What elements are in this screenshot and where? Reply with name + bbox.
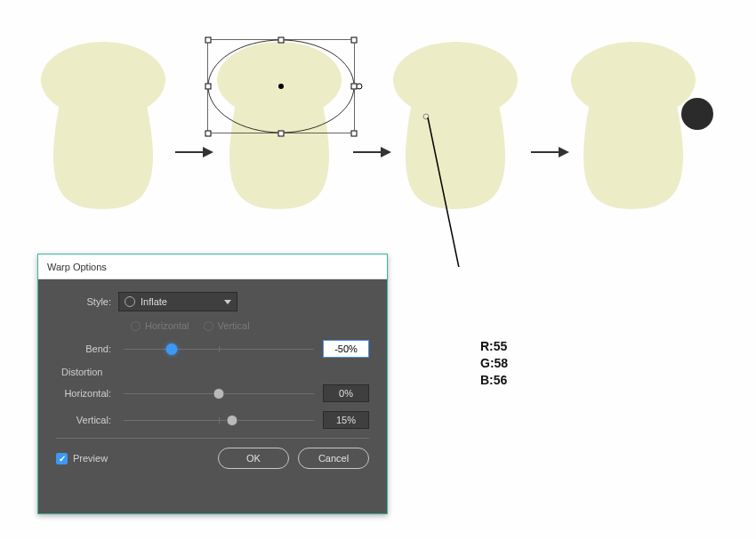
dist-h-value-input[interactable]: 0% xyxy=(323,384,369,402)
distortion-section-label: Distortion xyxy=(61,367,369,377)
slider-thumb[interactable] xyxy=(226,415,237,426)
ok-button[interactable]: OK xyxy=(218,448,289,469)
dist-v-value-input[interactable]: 15% xyxy=(323,411,369,429)
rgb-g: G:58 xyxy=(480,355,508,372)
axis-horizontal-radio[interactable]: Horizontal xyxy=(131,320,189,331)
rgb-b: B:56 xyxy=(480,372,508,389)
bend-slider[interactable] xyxy=(124,349,314,350)
checkmark-icon: ✓ xyxy=(56,453,68,464)
svg-point-3 xyxy=(278,84,284,89)
style-select[interactable]: Inflate xyxy=(118,292,237,311)
selection-handle[interactable] xyxy=(278,37,285,44)
selection-handle[interactable] xyxy=(278,131,285,137)
illustration-canvas: R:55 G:58 B:56 Warp Options Style: Infla… xyxy=(0,0,756,541)
selection-handle[interactable] xyxy=(351,37,358,44)
dist-h-label: Horizontal: xyxy=(56,388,118,399)
selection-handle[interactable] xyxy=(351,84,358,90)
chevron-down-icon xyxy=(224,300,231,304)
dist-v-slider[interactable] xyxy=(124,420,314,421)
step-arrow-icon xyxy=(353,147,391,157)
shapes-svg xyxy=(0,0,756,267)
svg-point-10 xyxy=(681,98,713,130)
warp-options-dialog: Warp Options Style: Inflate Horizontal xyxy=(37,254,388,514)
bend-label: Bend: xyxy=(56,343,118,354)
radio-icon xyxy=(204,321,213,331)
dist-v-label: Vertical: xyxy=(56,415,118,425)
divider xyxy=(56,438,369,439)
preview-checkbox[interactable]: ✓ Preview xyxy=(56,453,209,464)
axis-vertical-radio[interactable]: Vertical xyxy=(204,320,250,331)
selection-handle[interactable] xyxy=(205,37,212,44)
step-arrow-icon xyxy=(531,147,569,157)
selection-handle[interactable] xyxy=(351,131,358,137)
inflate-icon xyxy=(125,296,135,307)
style-value: Inflate xyxy=(141,296,167,307)
dist-h-slider[interactable] xyxy=(124,393,314,394)
cancel-button[interactable]: Cancel xyxy=(298,448,369,469)
step-arrow-icon xyxy=(175,147,213,157)
slider-thumb[interactable] xyxy=(165,343,177,355)
svg-point-4 xyxy=(357,84,362,89)
rgb-readout: R:55 G:58 B:56 xyxy=(480,338,508,389)
selection-handle[interactable] xyxy=(205,131,212,137)
selection-handle[interactable] xyxy=(205,84,212,90)
slider-thumb[interactable] xyxy=(213,388,225,400)
dialog-title: Warp Options xyxy=(38,254,387,279)
radio-icon xyxy=(131,321,141,331)
style-label: Style: xyxy=(56,296,118,307)
bend-value-input[interactable]: -50% xyxy=(323,340,369,358)
rgb-r: R:55 xyxy=(480,338,508,355)
